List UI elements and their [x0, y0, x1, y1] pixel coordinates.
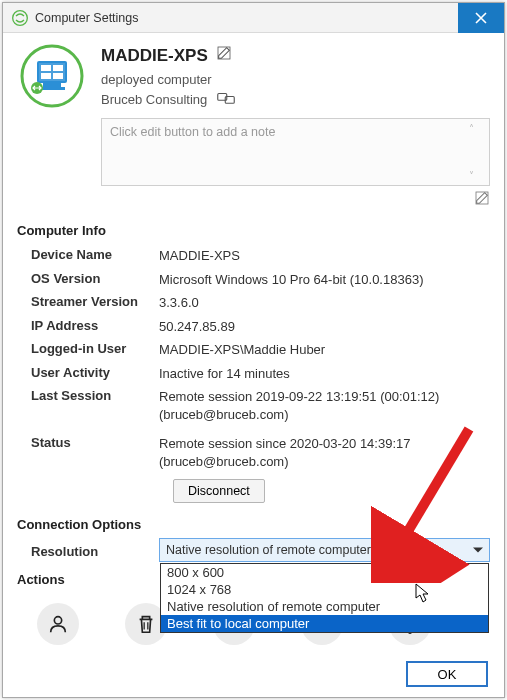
info-value: 3.3.6.0: [159, 294, 490, 312]
action-label: RestartStreamer: [210, 651, 257, 653]
info-row: User ActivityInactive for 14 minutes: [17, 362, 490, 386]
info-row: Last SessionRemote session 2019-09-22 13…: [17, 385, 490, 426]
svg-rect-8: [43, 83, 61, 87]
resolution-option[interactable]: Native resolution of remote computer: [161, 598, 488, 615]
svg-rect-5: [53, 65, 63, 71]
section-connection-options: Connection Options: [17, 517, 490, 532]
info-value: Inactive for 14 minutes: [159, 365, 490, 383]
action-label: DeleteComputer: [121, 651, 172, 653]
info-value: Remote session since 2020-03-20 14:39:17…: [159, 435, 490, 470]
info-value: Microsoft Windows 10 Pro 64-bit (10.0.18…: [159, 271, 490, 289]
info-label: IP Address: [17, 318, 159, 336]
ok-button[interactable]: OK: [406, 661, 488, 687]
resolution-option[interactable]: 800 x 600: [161, 564, 488, 581]
info-row: Streamer Version3.3.6.0: [17, 291, 490, 315]
window-title: Computer Settings: [35, 11, 458, 25]
header-info: MADDIE-XPS deployed computer Bruceb Cons…: [101, 41, 490, 217]
settings-window: Computer Settings: [2, 2, 505, 698]
window-body: MADDIE-XPS deployed computer Bruceb Cons…: [3, 33, 504, 653]
info-label: Streamer Version: [17, 294, 159, 312]
info-label: Device Name: [17, 247, 159, 265]
note-scroll[interactable]: ˄ ˅: [469, 123, 485, 181]
svg-rect-7: [53, 73, 63, 79]
info-grid: Device NameMADDIE-XPSOS VersionMicrosoft…: [17, 244, 490, 473]
info-row: Device NameMADDIE-XPS: [17, 244, 490, 268]
action-label: ClearCredentials: [29, 651, 87, 653]
resolution-dropdown[interactable]: 800 x 6001024 x 768Native resolution of …: [160, 563, 489, 633]
resolution-combo[interactable]: Native resolution of remote computer 800…: [159, 538, 490, 562]
app-icon: [11, 9, 29, 27]
group-icon[interactable]: [217, 91, 235, 108]
computer-name: MADDIE-XPS: [101, 46, 208, 66]
svg-rect-6: [41, 73, 51, 79]
titlebar: Computer Settings: [3, 3, 504, 33]
svg-rect-4: [41, 65, 51, 71]
info-value: MADDIE-XPS\Maddie Huber: [159, 341, 490, 359]
action-label: NormalReboot: [303, 651, 340, 653]
info-value: 50.247.85.89: [159, 318, 490, 336]
computer-icon: [17, 41, 87, 111]
info-row: OS VersionMicrosoft Windows 10 Pro 64-bi…: [17, 268, 490, 292]
info-label: User Activity: [17, 365, 159, 383]
close-button[interactable]: [458, 3, 504, 33]
info-value: Remote session 2019-09-22 13:19:51 (00:0…: [159, 388, 490, 423]
user-icon[interactable]: [37, 603, 79, 645]
info-row: StatusRemote session since 2020-03-20 14…: [17, 432, 490, 473]
resolution-option[interactable]: 1024 x 768: [161, 581, 488, 598]
info-row: IP Address50.247.85.89: [17, 315, 490, 339]
note-box[interactable]: Click edit button to add a note ˄ ˅: [101, 118, 490, 186]
info-label: Status: [17, 435, 159, 470]
svg-point-15: [54, 617, 61, 624]
scroll-up-icon[interactable]: ˄: [469, 123, 485, 134]
action-label: Safe-modeReboot: [382, 651, 438, 653]
info-value: MADDIE-XPS: [159, 247, 490, 265]
disconnect-button[interactable]: Disconnect: [173, 479, 265, 503]
action-item: ClearCredentials: [23, 603, 93, 653]
note-placeholder: Click edit button to add a note: [110, 125, 275, 139]
svg-point-0: [13, 10, 28, 25]
deploy-status: deployed computer: [101, 72, 490, 87]
info-label: Last Session: [17, 388, 159, 423]
resolution-option[interactable]: Best fit to local computer: [161, 615, 488, 632]
info-row: Logged-in UserMADDIE-XPS\Maddie Huber: [17, 338, 490, 362]
info-label: Logged-in User: [17, 341, 159, 359]
scroll-down-icon[interactable]: ˅: [469, 170, 485, 181]
section-computer-info: Computer Info: [17, 223, 490, 238]
footer: OK: [3, 653, 504, 697]
edit-name-icon[interactable]: [216, 45, 232, 66]
resolution-label: Resolution: [17, 542, 159, 559]
header-row: MADDIE-XPS deployed computer Bruceb Cons…: [17, 41, 490, 217]
edit-note-icon[interactable]: [474, 194, 490, 209]
group-name: Bruceb Consulting: [101, 92, 207, 107]
resolution-selected: Native resolution of remote computer: [166, 543, 371, 557]
info-label: OS Version: [17, 271, 159, 289]
